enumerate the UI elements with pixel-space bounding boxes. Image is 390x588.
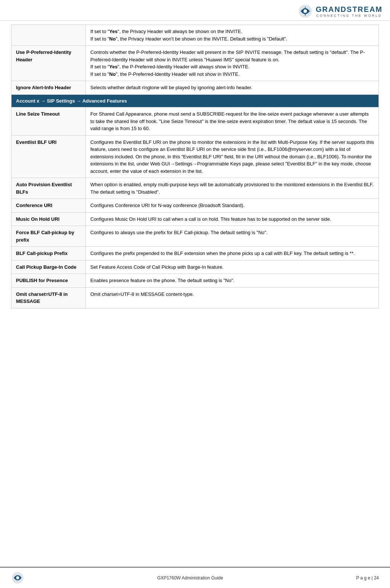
footer-doc-title: GXP1760W Administration Guide xyxy=(157,575,223,581)
table-row: Music On Hold URI Configures Music On Ho… xyxy=(12,212,379,226)
table-row: Auto Provision Eventlist BLFs When optio… xyxy=(12,178,379,199)
table-row: Eventlist BLF URI Configures the Eventli… xyxy=(12,135,379,178)
row-label: Conference URI xyxy=(16,203,52,208)
label-cell: Auto Provision Eventlist BLFs xyxy=(12,178,86,199)
description-cell: Configures Conference URI for N-way conf… xyxy=(86,199,379,213)
row-label: Ignore Alert-Info Header xyxy=(16,85,71,90)
row-label: BLF Call-pickup Prefix xyxy=(16,251,68,256)
description-cell: When option is enabled, empty multi-purp… xyxy=(86,178,379,199)
footer-page-number: P a g e | 24 xyxy=(356,575,379,581)
section-header-row: Account x → SIP Settings → Advanced Feat… xyxy=(12,94,379,107)
table-row: Omit charset=UTF-8 in MESSAGE Omit chars… xyxy=(12,287,379,308)
description-cell: Controls whether the P-Preferred-Identit… xyxy=(86,46,379,81)
footer-logo xyxy=(11,571,24,584)
svg-point-3 xyxy=(16,576,19,579)
label-cell: Call Pickup Barge-In Code xyxy=(12,260,86,274)
table-row: Use P-Preferred-Identity Header Controls… xyxy=(12,46,379,81)
description-cell: Configures Music On Hold URI to call whe… xyxy=(86,212,379,226)
description-cell: Configures the Eventlist BLF URI on the … xyxy=(86,135,379,178)
table-row: Conference URI Configures Conference URI… xyxy=(12,199,379,213)
footer-grandstream-icon xyxy=(11,571,24,584)
brand-name: GRANDSTREAM xyxy=(316,5,383,13)
page-header: GRANDSTREAM CONNECTING THE WORLD xyxy=(0,0,390,21)
description-cell: Enables presence feature on the phone. T… xyxy=(86,274,379,288)
description-cell: Configures to always use the prefix for … xyxy=(86,226,379,247)
label-cell: Use P-Preferred-Identity Header xyxy=(12,46,86,81)
table-row: Call Pickup Barge-In Code Set Feature Ac… xyxy=(12,260,379,274)
row-label: Eventlist BLF URI xyxy=(16,139,57,145)
label-cell: Conference URI xyxy=(12,199,86,213)
section-header-cell: Account x → SIP Settings → Advanced Feat… xyxy=(12,94,379,107)
row-label: Force BLF Call-pickup by prefix xyxy=(16,230,74,243)
page-label: P a g e | xyxy=(356,575,373,581)
label-cell: Line Seize Timeout xyxy=(12,107,86,136)
table-row: BLF Call-pickup Prefix Configures the pr… xyxy=(12,247,379,261)
table-row: Force BLF Call-pickup by prefix Configur… xyxy=(12,226,379,247)
table-row: Line Seize Timeout For Shared Call Appea… xyxy=(12,107,379,136)
label-cell-music-on-hold: Music On Hold URI xyxy=(12,212,86,226)
logo-text-block: GRANDSTREAM CONNECTING THE WORLD xyxy=(316,5,383,17)
row-label: PUBLISH for Presence xyxy=(16,278,68,283)
main-content: If set to "Yes", the Privacy Header will… xyxy=(0,21,390,567)
table-row: PUBLISH for Presence Enables presence fe… xyxy=(12,274,379,288)
row-label: Call Pickup Barge-In Code xyxy=(16,264,77,270)
description-cell: Omit charset=UTF-8 in MESSAGE content-ty… xyxy=(86,287,379,308)
brand-tagline: CONNECTING THE WORLD xyxy=(316,14,383,17)
page-wrapper: GRANDSTREAM CONNECTING THE WORLD If set … xyxy=(0,0,390,588)
page-number: 24 xyxy=(374,575,379,581)
description-cell: If set to "Yes", the Privacy Header will… xyxy=(86,25,379,46)
section-header-text: Account x → SIP Settings → Advanced Feat… xyxy=(16,98,127,104)
description-cell: For Shared Call Appearance, phone must s… xyxy=(86,107,379,136)
logo-area: GRANDSTREAM CONNECTING THE WORLD xyxy=(298,4,383,19)
page-footer: GXP1760W Administration Guide P a g e | … xyxy=(0,567,390,588)
row-label: Auto Provision Eventlist BLFs xyxy=(16,182,72,195)
footer-title-text: GXP1760W Administration Guide xyxy=(157,575,223,581)
label-cell xyxy=(12,25,86,46)
description-cell: Set Feature Access Code of Call Pickup w… xyxy=(86,260,379,274)
settings-table: If set to "Yes", the Privacy Header will… xyxy=(11,25,379,308)
label-cell: Force BLF Call-pickup by prefix xyxy=(12,226,86,247)
label-cell: BLF Call-pickup Prefix xyxy=(12,247,86,261)
table-row: If set to "Yes", the Privacy Header will… xyxy=(12,25,379,46)
row-label: Use P-Preferred-Identity Header xyxy=(16,49,71,62)
label-cell: Omit charset=UTF-8 in MESSAGE xyxy=(12,287,86,308)
table-row: Ignore Alert-Info Header Selects whether… xyxy=(12,81,379,95)
row-label: Omit charset=UTF-8 in MESSAGE xyxy=(16,291,68,304)
label-cell: PUBLISH for Presence xyxy=(12,274,86,288)
description-cell: Configures the prefix prepended to the B… xyxy=(86,247,379,261)
row-label: Line Seize Timeout xyxy=(16,111,60,117)
svg-point-1 xyxy=(303,9,307,13)
label-cell: Ignore Alert-Info Header xyxy=(12,81,86,95)
label-cell: Eventlist BLF URI xyxy=(12,135,86,178)
description-cell: Selects whether default ringtone will be… xyxy=(86,81,379,95)
grandstream-logo-icon xyxy=(298,4,313,19)
row-label: Music On Hold URI xyxy=(16,216,59,222)
